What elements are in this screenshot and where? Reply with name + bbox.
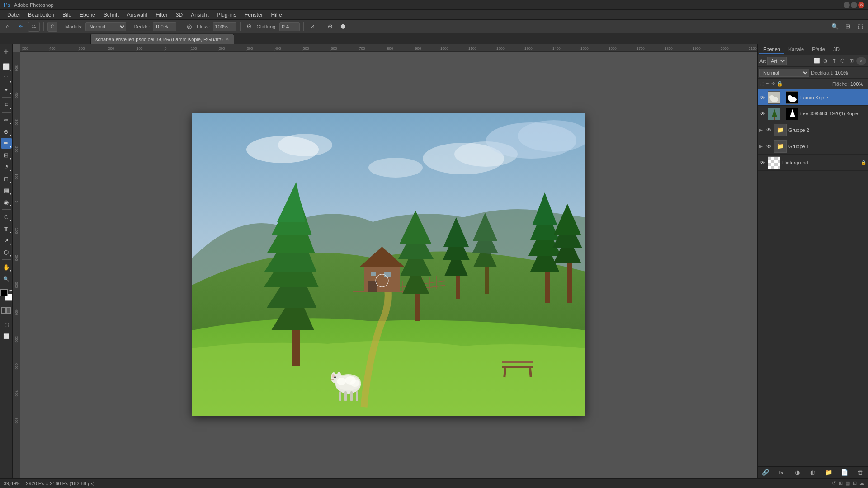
minimize-button[interactable]: —: [844, 2, 850, 8]
filter-toggle[interactable]: ○: [856, 57, 866, 65]
brush-preset-picker[interactable]: ⬡: [47, 22, 57, 32]
menu-datei[interactable]: Datei: [4, 11, 24, 19]
menu-bearbeiten[interactable]: Bearbeiten: [24, 11, 58, 19]
status-grid-icon[interactable]: ⊞: [839, 480, 843, 486]
rectangular-marquee-tool[interactable]: ⬜ ▾: [1, 61, 12, 72]
zoom-level-icon[interactable]: ⊞: [843, 22, 853, 32]
canvas-area[interactable]: 500 400 300 200 100 0 100 200 300 400 50…: [13, 44, 757, 478]
blend-mode-select[interactable]: Normal Multiplizieren Abblenden Aufhelle…: [760, 69, 809, 77]
path-selection-tool[interactable]: ↗ ▾: [1, 235, 12, 246]
foreground-color[interactable]: [0, 289, 8, 296]
layer-visibility-tree[interactable]: 👁: [760, 111, 766, 117]
status-arrange-icon[interactable]: ▤: [845, 480, 850, 486]
delete-layer-button[interactable]: 🗑: [855, 468, 864, 477]
pen-tool[interactable]: ⬡ ▾: [1, 211, 12, 222]
gruppe1-expand[interactable]: ▶: [760, 144, 764, 149]
layer-gruppe2[interactable]: ▶ 👁 📁 Gruppe 2: [758, 122, 868, 138]
smoothing-icon[interactable]: ⚙: [244, 22, 254, 32]
clone-stamp-tool[interactable]: ⊞ ▾: [1, 150, 12, 160]
lock-position-btn[interactable]: ✛: [771, 81, 775, 87]
layer-visibility-lamm[interactable]: 👁: [760, 94, 766, 101]
tab-close-button[interactable]: ✕: [226, 37, 229, 42]
opacity-value[interactable]: 100%: [835, 70, 851, 75]
document-tab[interactable]: schatten erstellen.psdc bei 39,5% (Lamm …: [90, 34, 234, 44]
new-layer-button[interactable]: 📄: [840, 468, 849, 477]
type-tool[interactable]: T ▾: [1, 223, 12, 234]
layer-lamm-kopie[interactable]: 👁: [758, 89, 868, 106]
menu-hilfe[interactable]: Hilfe: [268, 11, 286, 19]
status-fullscreen-icon[interactable]: ⊡: [853, 480, 857, 486]
symmetry-icon[interactable]: ⊕: [325, 22, 335, 32]
glaettung-input[interactable]: [279, 22, 300, 31]
layer-mask-button[interactable]: ◑: [793, 468, 802, 477]
maximize-button[interactable]: □: [851, 2, 857, 8]
brush-tool-icon[interactable]: ✒: [15, 22, 25, 32]
dodge-tool[interactable]: ◉ ▾: [1, 197, 12, 207]
menu-ebene[interactable]: Ebene: [76, 11, 99, 19]
color-picker[interactable]: ⇄: [0, 289, 12, 301]
tab-kanaele[interactable]: Kanäle: [785, 46, 807, 54]
move-tool[interactable]: ✛: [1, 46, 12, 57]
layer-gruppe1[interactable]: ▶ 👁 📁 Gruppe 1: [758, 138, 868, 155]
layer-tree-kopie[interactable]: 👁 tree-: [758, 106, 868, 122]
filter-type-select[interactable]: Art: [767, 57, 787, 65]
fill-value[interactable]: 100%: [850, 81, 866, 87]
deckkraft-input[interactable]: [153, 22, 176, 31]
magic-wand-tool[interactable]: ✦ ▾: [1, 84, 12, 95]
quick-mask-toggle[interactable]: [1, 306, 12, 315]
pressure-icon[interactable]: ⬢: [338, 22, 348, 32]
filter-shape-icon[interactable]: ⬡: [839, 57, 846, 65]
shape-tool[interactable]: ⬡ ▾: [1, 247, 12, 258]
layer-visibility-gruppe1[interactable]: 👁: [766, 143, 772, 150]
status-cloud-icon[interactable]: ☁: [859, 480, 864, 486]
menu-plug-ins[interactable]: Plug-ins: [213, 11, 240, 19]
airbrush-button[interactable]: ◎: [184, 22, 194, 32]
screen-mode[interactable]: ⬚: [1, 319, 12, 330]
modus-select[interactable]: Normal: [85, 22, 126, 31]
eyedropper-tool[interactable]: ✏ ▾: [1, 114, 12, 125]
new-group-button[interactable]: 📁: [824, 468, 833, 477]
zoom-tool[interactable]: 🔍: [1, 273, 12, 284]
lock-all-btn[interactable]: 🔒: [777, 81, 783, 87]
menu-schrift[interactable]: Schrift: [100, 11, 123, 19]
brush-tool[interactable]: ✒ ▾: [1, 138, 12, 149]
tab-3d[interactable]: 3D: [830, 46, 843, 54]
search-icon[interactable]: 🔍: [830, 22, 840, 32]
menu-ansicht[interactable]: Ansicht: [187, 11, 212, 19]
gradient-tool[interactable]: ▦ ▾: [1, 185, 12, 196]
home-button[interactable]: ⌂: [3, 22, 13, 32]
layer-visibility-hintergrund[interactable]: 👁: [760, 160, 766, 166]
menu-bild[interactable]: Bild: [59, 11, 75, 19]
lock-transparent-btn[interactable]: ⬚: [760, 81, 764, 86]
tab-pfade[interactable]: Pfade: [808, 46, 829, 54]
layer-hintergrund[interactable]: 👁: [758, 155, 868, 171]
gruppe2-expand[interactable]: ▶: [760, 128, 764, 132]
layer-link-button[interactable]: 🔗: [761, 468, 770, 477]
filter-smartobj-icon[interactable]: ⊞: [848, 57, 855, 65]
eraser-tool[interactable]: ◻ ▾: [1, 173, 12, 184]
lasso-tool[interactable]: ⌒ ▾: [1, 73, 12, 84]
history-brush-tool[interactable]: ↺ ▾: [1, 161, 12, 172]
filter-pixel-icon[interactable]: ⬜: [813, 57, 821, 65]
frame-tool[interactable]: ⬜: [1, 331, 12, 342]
hand-tool[interactable]: ✋ ▾: [1, 262, 12, 272]
photo-canvas[interactable]: [192, 113, 585, 416]
lock-pixels-btn[interactable]: ✒: [766, 81, 770, 87]
status-refresh-icon[interactable]: ↺: [832, 480, 836, 486]
healing-brush-tool[interactable]: ⊕ ▾: [1, 126, 12, 137]
filter-type-icon[interactable]: T: [830, 57, 838, 65]
menu-filter[interactable]: Filter: [152, 11, 171, 19]
menu-fenster[interactable]: Fenster: [241, 11, 267, 19]
menu-auswahl[interactable]: Auswahl: [123, 11, 151, 19]
crop-tool[interactable]: ⌗ ▾: [1, 99, 12, 110]
layer-style-button[interactable]: fx: [777, 468, 786, 477]
fluss-input[interactable]: [213, 22, 236, 31]
angle-icon[interactable]: ⊿: [307, 22, 317, 32]
switch-colors-button[interactable]: ⇄: [9, 288, 13, 293]
tab-ebenen[interactable]: Ebenen: [760, 46, 784, 54]
filter-adjustment-icon[interactable]: ◑: [822, 57, 829, 65]
arrange-icon[interactable]: ⬚: [855, 22, 865, 32]
menu-3d[interactable]: 3D: [172, 11, 186, 19]
close-button[interactable]: ✕: [858, 2, 864, 8]
layer-adjustment-button[interactable]: ◐: [808, 468, 817, 477]
